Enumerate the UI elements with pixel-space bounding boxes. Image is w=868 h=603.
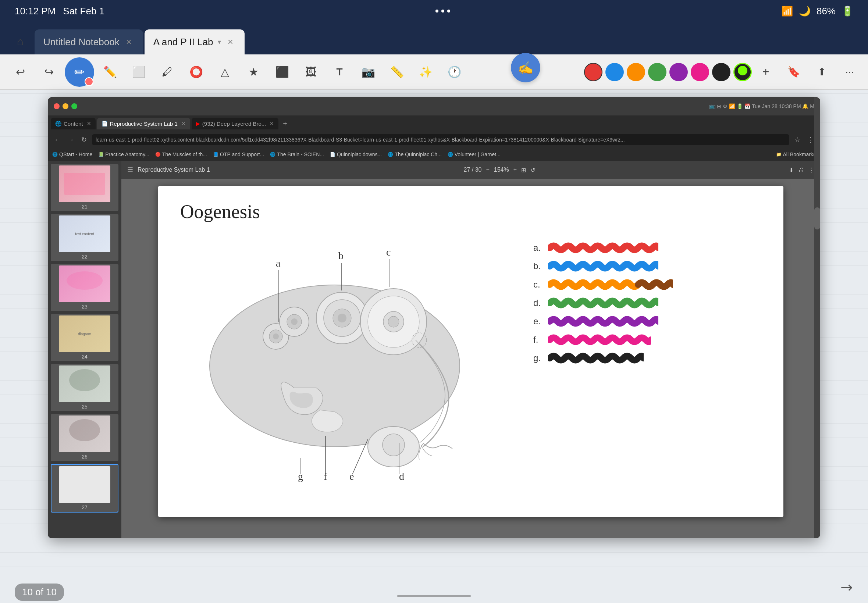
lasso-button[interactable]: ⭕ — [183, 59, 209, 85]
maximize-traffic-light[interactable] — [71, 103, 77, 109]
shapes-button[interactable]: △ — [212, 59, 238, 85]
svg-point-16 — [382, 434, 405, 456]
share-button[interactable]: ⬆ — [811, 61, 833, 83]
bookmark-quinnipiac2[interactable]: 🌐 The Quinnipiac Ch... — [388, 152, 442, 158]
scan-button[interactable]: 📷 — [355, 59, 381, 85]
pdf-print-button[interactable]: 🖨 — [798, 167, 804, 173]
browser-tab-content[interactable]: 🌐 Content ✕ — [51, 118, 96, 130]
scrollbar-thumb[interactable] — [814, 207, 820, 229]
pdf-options-button[interactable]: ⋮ — [808, 167, 814, 173]
pdf-content[interactable]: Oogenesis — [121, 179, 820, 538]
pdf-thumb-25[interactable]: 25 — [51, 364, 118, 411]
brain-label: The Brain - SCIEN... — [277, 152, 324, 158]
content-tab-close[interactable]: ✕ — [87, 121, 91, 127]
color-blue[interactable] — [605, 63, 624, 81]
quinnipiac-icon: 📄 — [330, 152, 336, 157]
strip-a — [548, 241, 658, 255]
label-f: f. — [533, 335, 544, 345]
tab-lab-close[interactable]: ✕ — [226, 37, 236, 47]
browser-tab-video[interactable]: ▶ (932) Deep Layered Bro... ✕ — [192, 118, 279, 130]
scrollbar[interactable] — [814, 97, 820, 538]
pdf-sidebar[interactable]: 21 text content 22 23 diagram — [48, 161, 121, 538]
pdf-thumb-21[interactable]: 21 — [51, 164, 118, 211]
pdf-thumb-22[interactable]: text content 22 — [51, 214, 118, 261]
strip-c — [548, 278, 673, 292]
color-green[interactable] — [648, 63, 667, 81]
pdf-thumb-26[interactable]: 26 — [51, 414, 118, 461]
color-black[interactable] — [712, 63, 730, 81]
oogenesis-diagram: a b c d — [180, 233, 511, 484]
redo-button[interactable]: ↪ — [36, 59, 62, 85]
color-selected[interactable] — [733, 63, 752, 81]
eraser-button[interactable]: ⬜ — [126, 59, 152, 85]
zoom-out-button[interactable]: − — [486, 167, 489, 173]
zoom-in-button[interactable]: + — [514, 167, 517, 173]
quinnipiac-label: Quinnipiac downs... — [337, 152, 382, 158]
forward-button[interactable]: → — [65, 135, 76, 145]
pencil-tool-button[interactable]: ✏️ — [97, 59, 123, 85]
star-button[interactable]: ★ — [241, 59, 266, 85]
center-tool-button[interactable]: ✍ — [511, 53, 540, 82]
bookmark-quinnipiac[interactable]: 📄 Quinnipiac downs... — [330, 152, 382, 158]
bookmark-star[interactable]: ☆ — [792, 135, 803, 145]
content-tab-label: Content — [63, 121, 83, 127]
brain-icon: 🌐 — [270, 152, 275, 157]
svg-point-14 — [388, 316, 399, 327]
dot1 — [435, 9, 438, 12]
tab-lab[interactable]: A and P II Lab ▾ ✕ — [145, 29, 244, 54]
url-input[interactable]: learn-us-east-1-prod-fleet02-xythos.cont… — [92, 134, 789, 145]
bookmark-button[interactable]: 🔖 — [783, 61, 805, 83]
bookmark-otp[interactable]: 📘 OTP and Support... — [213, 152, 264, 158]
bookmark-brain[interactable]: 🌐 The Brain - SCIEN... — [270, 152, 324, 158]
video-tab-close[interactable]: ✕ — [269, 121, 274, 127]
back-button[interactable]: ← — [52, 135, 62, 145]
bookmark-qstart[interactable]: 🌐 QStart - Home — [52, 152, 92, 158]
bookmark-muscles[interactable]: 🔴 The Muscles of th... — [155, 152, 207, 158]
label-g: g. — [533, 353, 544, 363]
image-button[interactable]: 🖼 — [298, 59, 324, 85]
label-row-e: e. — [533, 314, 673, 328]
sparkle-button[interactable]: ✨ — [413, 59, 438, 85]
bookmark-all[interactable]: 📁 All Bookmarks — [776, 152, 816, 158]
home-button[interactable]: ⌂ — [7, 29, 33, 54]
pen-tool-button[interactable]: ✏ ● — [65, 57, 94, 87]
color-pink[interactable] — [691, 63, 709, 81]
lab-tab-close[interactable]: ✕ — [181, 121, 186, 127]
pdf-menu-icon[interactable]: ☰ — [127, 166, 133, 174]
bookmark-anatomy[interactable]: 📗 Practice Anatomy... — [98, 152, 149, 158]
undo-button[interactable]: ↩ — [7, 59, 33, 85]
rotate-button[interactable]: ↺ — [531, 167, 535, 173]
new-tab-button[interactable]: + — [283, 119, 287, 128]
color-purple[interactable] — [669, 63, 688, 81]
pdf-thumb-24[interactable]: diagram 24 — [51, 314, 118, 361]
pdf-download-button[interactable]: ⬇ — [789, 167, 794, 173]
tab-notebook-close[interactable]: ✕ — [124, 37, 134, 47]
oogenesis-container: a b c d — [180, 233, 761, 484]
more-button[interactable]: ··· — [839, 61, 861, 83]
dot2 — [441, 9, 444, 12]
reload-button[interactable]: ↻ — [79, 135, 89, 145]
frame-button[interactable]: ⬛ — [269, 59, 295, 85]
close-traffic-light[interactable] — [54, 103, 60, 109]
pdf-thumb-23[interactable]: 23 — [51, 264, 118, 311]
tab-dropdown-icon: ▾ — [218, 38, 221, 46]
pdf-page: Oogenesis — [158, 186, 783, 517]
thumb-num-21: 21 — [82, 204, 88, 210]
color-orange[interactable] — [627, 63, 645, 81]
highlighter-button[interactable]: 🖊 — [155, 59, 180, 85]
history-button[interactable]: 🕐 — [441, 59, 467, 85]
bookmark-volunteer[interactable]: 🌐 Volunteer | Garnet... — [448, 152, 501, 158]
color-red[interactable] — [584, 63, 602, 81]
ruler-button[interactable]: 📏 — [384, 59, 410, 85]
tab-notebook[interactable]: Untitled Notebook ✕ — [34, 29, 143, 54]
add-button[interactable]: + — [755, 61, 777, 83]
wifi-icon: 📶 — [781, 6, 793, 17]
pdf-page-display: 27 / 30 — [464, 167, 482, 173]
pdf-thumb-27[interactable]: 27 — [51, 464, 118, 513]
fit-page-button[interactable]: ⊞ — [521, 167, 526, 173]
main-content: 📺 ⊞ ⚙ 📶 🔋 📅 Tue Jan 28 10:38 PM 🔔 M 🌐 Co… — [0, 90, 868, 581]
pdf-page-heading: Oogenesis — [180, 201, 761, 223]
minimize-traffic-light[interactable] — [62, 103, 68, 109]
browser-tab-lab[interactable]: 📄 Reproductive System Lab 1 ✕ — [97, 118, 190, 130]
text-button[interactable]: T — [326, 59, 352, 85]
